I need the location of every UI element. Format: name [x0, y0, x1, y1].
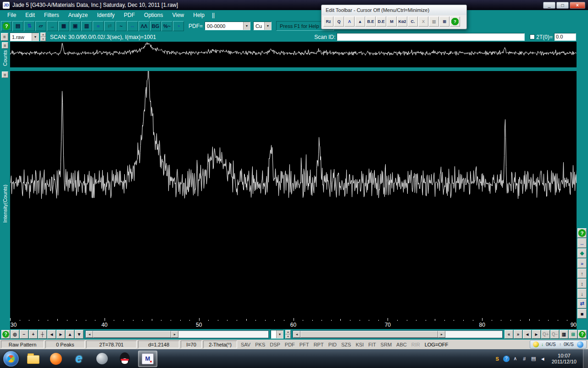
- status-flag-rpt[interactable]: RPT: [311, 342, 326, 347]
- status-flag-sav[interactable]: SAV: [239, 342, 253, 347]
- pan-mode-button[interactable]: ┼: [38, 330, 47, 339]
- app-icon[interactable]: JD: [3, 2, 10, 9]
- origin-button[interactable]: ◎: [11, 330, 19, 339]
- smooth-data-button[interactable]: ≈: [93, 21, 104, 31]
- stack-windows-button[interactable]: ▥: [81, 21, 92, 31]
- toolbar-drag-handle[interactable]: ||: [209, 12, 215, 18]
- pdf-combo-arrow-icon[interactable]: [243, 22, 250, 30]
- scrollbar-left-arrow-icon[interactable]: [86, 331, 93, 338]
- pan-trace-button[interactable]: ⇄: [577, 299, 587, 308]
- pan-scrollbar-thumb[interactable]: [300, 331, 438, 338]
- scan-file-combo[interactable]: 1.raw: [10, 33, 39, 41]
- scroll-up-button[interactable]: ↑: [577, 269, 587, 278]
- zoom-in-button[interactable]: +: [29, 330, 38, 339]
- taskbar-browser[interactable]: [46, 351, 66, 367]
- two-theta-offset-field[interactable]: 0.0: [554, 33, 576, 41]
- menu-edit[interactable]: Edit: [21, 11, 39, 19]
- full-range-button[interactable]: ⇔: [127, 21, 138, 31]
- ime-tray-icon[interactable]: #: [521, 356, 528, 362]
- open-file-button[interactable]: ▱: [35, 21, 46, 31]
- pdf-combo[interactable]: 00-0000: [205, 22, 250, 30]
- start-button[interactable]: [3, 351, 19, 367]
- menu-options[interactable]: Options: [139, 11, 167, 19]
- menu-analyze[interactable]: Analyze: [64, 11, 93, 19]
- export-scan-button[interactable]: →: [47, 21, 58, 31]
- menu-view[interactable]: View: [167, 11, 189, 19]
- status-flag-abc[interactable]: ABC: [394, 342, 409, 347]
- net-widget-browser-icon[interactable]: [577, 341, 583, 348]
- profile-fit-button[interactable]: ~: [116, 21, 127, 31]
- stack-view-button[interactable]: ▥: [429, 16, 439, 27]
- overview-chart-canvas[interactable]: [10, 42, 577, 67]
- spinner-up-icon[interactable]: [40, 33, 46, 37]
- status-flag-srm[interactable]: SRM: [378, 342, 394, 347]
- taskbar-explorer[interactable]: [23, 351, 43, 367]
- menu-pdf[interactable]: PDF: [119, 11, 139, 19]
- status-flag-ksi[interactable]: KSI: [353, 342, 366, 347]
- main-chart-canvas[interactable]: [10, 71, 577, 321]
- close-button[interactable]: ×: [570, 2, 585, 9]
- taskbar-qq[interactable]: [115, 351, 134, 367]
- background-edit-button[interactable]: B.E: [366, 16, 376, 27]
- show-hidden-icons[interactable]: ∧: [512, 356, 519, 362]
- menu-identify[interactable]: Identify: [92, 11, 119, 19]
- scroll-vertical-button[interactable]: ↕: [577, 279, 587, 288]
- scroll-down-button[interactable]: ↓: [577, 289, 587, 298]
- save-button[interactable]: ▣: [70, 21, 81, 31]
- scan-file-combo-arrow-icon[interactable]: [32, 33, 39, 41]
- status-flag-dsp[interactable]: DSP: [267, 342, 283, 347]
- pan-scrollbar[interactable]: [293, 330, 503, 338]
- edit-toolbar-help-button[interactable]: ?: [450, 16, 460, 27]
- taskbar-clock[interactable]: 10:07 2011/12/10: [552, 353, 577, 365]
- layout-button[interactable]: ▥: [560, 330, 568, 339]
- zoom-scrollbar[interactable]: [85, 330, 269, 338]
- expand-view-button[interactable]: »: [577, 258, 587, 268]
- taskbar-app-gray[interactable]: [92, 351, 111, 367]
- view-next-button[interactable]: »: [514, 330, 522, 339]
- status-flag-pdf[interactable]: PDF: [283, 342, 297, 347]
- background-fit-button[interactable]: BG: [150, 21, 161, 31]
- zoom-y-out-button[interactable]: Q−: [550, 330, 559, 339]
- zoom-y-in-button[interactable]: Q+: [541, 330, 550, 339]
- scan-spinner[interactable]: [40, 33, 46, 41]
- minimize-button[interactable]: _: [543, 2, 555, 9]
- area-cursor-button[interactable]: ▲: [355, 16, 365, 27]
- two-theta-offset-checkbox[interactable]: [530, 34, 535, 39]
- smooth-edit-button[interactable]: M: [387, 16, 397, 27]
- status-flag-rir[interactable]: RIR: [409, 342, 422, 347]
- step-up-button[interactable]: ▲: [66, 330, 74, 339]
- anode-combo[interactable]: Cu: [253, 22, 272, 30]
- swap-scans-button[interactable]: ⇅: [24, 21, 35, 31]
- pan-horizontal-button[interactable]: ↔: [577, 238, 587, 248]
- bottom-help-button[interactable]: ?: [1, 330, 10, 339]
- status-flag-fit[interactable]: FIT: [366, 342, 378, 347]
- status-flag-pks[interactable]: PKS: [253, 342, 267, 347]
- taskbar-ie[interactable]: e: [69, 351, 89, 367]
- cursor-mode-button[interactable]: Rz: [323, 16, 333, 27]
- anode-combo-arrow-icon[interactable]: [264, 22, 271, 30]
- toolbar-help-button[interactable]: ?: [1, 21, 12, 31]
- pattern-report-button[interactable]: ▤: [12, 21, 23, 31]
- data-edit-button[interactable]: D.E: [376, 16, 386, 27]
- status-flag-log-off[interactable]: LOG=OFF: [422, 342, 451, 347]
- bottom-right-help-button[interactable]: ?: [578, 330, 587, 339]
- status-flag-szs[interactable]: SZS: [339, 342, 353, 347]
- strip-ka2-button[interactable]: %~: [161, 21, 172, 31]
- clear-edits-button[interactable]: X: [418, 16, 428, 27]
- nudge-right-button[interactable]: ►: [532, 330, 541, 339]
- spinner-down-icon[interactable]: [40, 37, 46, 42]
- side-help-button[interactable]: ?: [577, 228, 587, 238]
- view-prev-button[interactable]: «: [505, 330, 513, 339]
- menu-file[interactable]: File: [3, 11, 21, 19]
- scan-id-input[interactable]: [337, 33, 525, 41]
- overview-pane-grip[interactable]: [2, 42, 8, 49]
- grid-button[interactable]: ⊞: [569, 330, 577, 339]
- helper-tray-icon[interactable]: ?: [503, 356, 510, 362]
- range-spinner[interactable]: [285, 330, 291, 339]
- print-button[interactable]: ▦: [58, 21, 69, 31]
- step-right-button[interactable]: ►: [56, 330, 65, 339]
- peak-cursor-button[interactable]: Λ: [344, 16, 355, 27]
- home-view-button[interactable]: ◆: [577, 248, 587, 258]
- status-flag-pft[interactable]: PFT: [297, 342, 311, 347]
- find-peaks-button[interactable]: ΛΛ: [139, 21, 150, 31]
